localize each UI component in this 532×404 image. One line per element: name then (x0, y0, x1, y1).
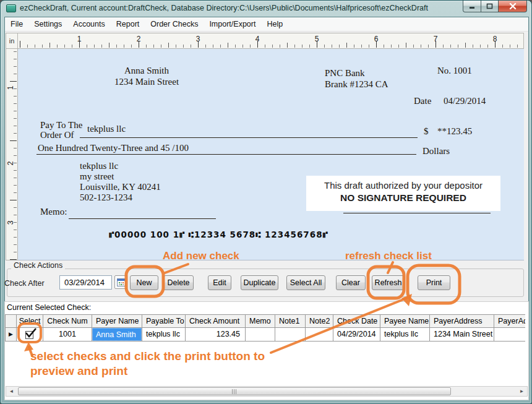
ruler-number: 2 (134, 35, 143, 43)
add-new-check-annotation: Add new check (163, 250, 239, 262)
scroll-right-button[interactable]: ► (517, 387, 527, 396)
dollars-label: Dollars (423, 146, 450, 157)
grid-data-row: ▶ 1001 Anna Smith tekplus llc 123.45 04/… (6, 328, 525, 342)
check-date-label: Date (414, 96, 431, 106)
cell-payer-name[interactable]: Anna Smith (92, 328, 142, 342)
amount-in-words: One Hundred Twenty-Three and 45 /100 (38, 143, 189, 153)
select-checkbox[interactable] (25, 331, 33, 339)
menu-item-help[interactable]: Help (261, 18, 288, 30)
ruler-number: 3 (6, 219, 15, 226)
check-after-label: Check After (4, 279, 45, 288)
micr-line: ⑈00000 100 1⑈ ⑆12334 5678⑆ 123456768⑈ (109, 230, 328, 239)
horizontal-scrollbar[interactable]: ◄ ► (6, 386, 528, 397)
menu-item-order-checks[interactable]: Order Checks (145, 18, 204, 30)
window-title: ezCheckDraft, Current account:DraftCheck… (20, 4, 428, 12)
vertical-ruler-ticks (9, 51, 17, 260)
payee-address-line2: my street (80, 171, 161, 182)
cell-payee-name[interactable]: tekplus llc (380, 328, 430, 342)
minimize-button[interactable] (463, 1, 481, 12)
app-icon (6, 4, 16, 12)
edit-button[interactable]: Edit (208, 275, 231, 290)
col-header-check-amount[interactable]: Check Amount (186, 315, 246, 328)
col-header-memo[interactable]: Memo (246, 315, 275, 328)
maximize-button[interactable] (481, 1, 499, 12)
payee-address-line3: Louisville, KY 40241 (80, 182, 161, 192)
horizontal-ruler-ticks (20, 40, 523, 48)
col-header-payer-name[interactable]: Payer Name (92, 315, 142, 328)
check-amount-numeric: **123.45 (437, 126, 472, 137)
row-selector-arrow-icon: ▶ (9, 331, 13, 337)
scroll-right-icon: ► (520, 389, 525, 394)
checks-grid: Select Check Num Payer Name Payable To C… (5, 314, 525, 342)
ruler-number: 7 (431, 35, 440, 43)
cell-payer-address2[interactable] (494, 328, 525, 342)
duplicate-button[interactable]: Duplicate (241, 275, 278, 290)
print-button[interactable]: Print (418, 275, 450, 290)
col-header-payer-address2[interactable]: PayerAdd (494, 315, 525, 328)
clear-button[interactable]: Clear (336, 275, 366, 290)
app-window: ezCheckDraft, Current account:DraftCheck… (0, 0, 532, 404)
close-button[interactable] (499, 1, 527, 12)
scroll-left-button[interactable]: ◄ (6, 387, 17, 396)
refresh-check-list-annotation: refresh check list (345, 250, 432, 262)
select-all-button[interactable]: Select All (286, 275, 325, 290)
horizontal-ruler: 1 2 3 4 5 6 7 8 (18, 33, 524, 49)
col-header-check-date[interactable]: Check Date (333, 315, 380, 328)
cell-payer-address[interactable]: 1234 Main Street (430, 328, 494, 342)
check-payee: tekplus llc (87, 124, 126, 134)
ruler-number: 3 (194, 35, 202, 43)
scrollbar-thumb[interactable] (18, 387, 451, 395)
close-icon (509, 3, 517, 10)
cell-check-amount[interactable]: 123.45 (186, 328, 246, 342)
col-header-check-num[interactable]: Check Num (43, 315, 92, 328)
checkmark-icon (24, 328, 38, 339)
ruler-unit-label: in (6, 33, 18, 49)
order-of-label: Order Of (40, 130, 82, 140)
col-header-payable-to[interactable]: Payable To (142, 315, 186, 328)
refresh-button[interactable]: Refresh (372, 275, 405, 290)
menu-item-import-export[interactable]: Import/Export (204, 18, 261, 30)
grid-corner-cell (6, 315, 17, 328)
select-cell[interactable] (17, 328, 43, 342)
cell-check-num[interactable]: 1001 (43, 328, 92, 342)
payee-address-line4: 502-123-1234 (80, 192, 161, 203)
title-bar[interactable]: ezCheckDraft, Current account:DraftCheck… (1, 1, 532, 17)
dollar-sign: $ (424, 126, 429, 137)
select-print-annotation-line2: preview and print (30, 364, 127, 378)
cell-memo[interactable] (246, 328, 275, 342)
col-header-note1[interactable]: Note1 (275, 315, 306, 328)
ruler-number: 4 (253, 35, 262, 43)
new-button[interactable]: New (130, 275, 158, 290)
window-controls (463, 1, 527, 12)
check-number: No. 1001 (437, 66, 472, 76)
check-bank-branch: Brank #1234 CA (325, 79, 388, 90)
menu-item-accounts[interactable]: Accounts (67, 18, 110, 30)
pay-to-the-label: Pay To The (40, 120, 82, 130)
col-header-select[interactable]: Select (17, 315, 43, 328)
ruler-number: 1 (6, 84, 15, 92)
cell-payable-to[interactable]: tekplus llc (142, 328, 186, 342)
cell-check-date[interactable]: 04/29/2014 (333, 328, 380, 342)
col-header-note2[interactable]: Note2 (306, 315, 333, 328)
ruler-number: 6 (372, 35, 380, 43)
calendar-button[interactable] (114, 275, 127, 289)
menu-item-file[interactable]: File (5, 18, 28, 30)
ruler-number: 2 (6, 160, 15, 167)
cell-note1[interactable] (275, 328, 306, 342)
select-print-annotation-line1: select checks and click the print button… (30, 350, 265, 363)
menu-item-settings[interactable]: Settings (28, 18, 67, 30)
check-payer-name: Anna Smith (97, 65, 196, 76)
ruler-number: 5 (312, 35, 321, 43)
scroll-left-icon: ◄ (9, 389, 14, 394)
grid-header-row: Select Check Num Payer Name Payable To C… (6, 315, 525, 328)
row-selector-cell[interactable]: ▶ (6, 328, 17, 342)
menu-item-report[interactable]: Report (111, 18, 145, 30)
check-after-input[interactable] (59, 275, 112, 290)
col-header-payer-address[interactable]: PayerAddress (430, 315, 494, 328)
delete-button[interactable]: Delete (163, 275, 194, 290)
cell-note2[interactable] (306, 328, 333, 342)
col-header-payee-name[interactable]: Payee Name (380, 315, 430, 328)
signature-line (343, 213, 491, 213)
minimize-icon (469, 4, 475, 9)
menu-bar: File Settings Accounts Report Order Chec… (5, 17, 528, 32)
